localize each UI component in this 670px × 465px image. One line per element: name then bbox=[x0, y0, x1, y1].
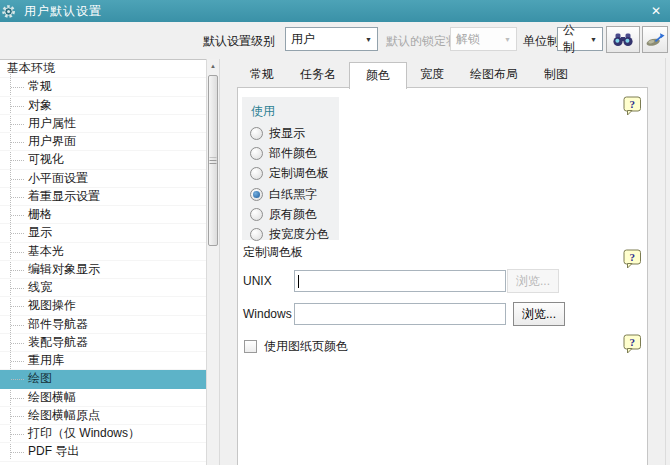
radio-label: 白纸黑字 bbox=[269, 186, 317, 203]
gear-icon bbox=[2, 3, 18, 19]
tab-label: 任务名 bbox=[300, 67, 336, 81]
unix-row: UNIX 浏览... bbox=[243, 269, 559, 293]
radio-option[interactable]: 按宽度分色 bbox=[242, 224, 339, 244]
custom-palette-title: 定制调色板 bbox=[243, 244, 303, 261]
tab[interactable]: 制图 bbox=[531, 62, 581, 88]
help-icon[interactable]: ? bbox=[623, 96, 642, 116]
sidebar-item[interactable]: 线宽 bbox=[0, 279, 206, 297]
radio-icon[interactable] bbox=[250, 167, 263, 180]
sidebar-item-label: 打印（仅 Windows） bbox=[28, 426, 140, 440]
tab[interactable]: 宽度 bbox=[407, 62, 457, 88]
sidebar-item[interactable]: 着重显示设置 bbox=[0, 188, 206, 206]
sidebar-item[interactable]: 用户属性 bbox=[0, 115, 206, 133]
dialog-edge-line bbox=[665, 58, 666, 465]
brush-arrow-icon bbox=[645, 32, 665, 48]
settings-tree: 基本环境 常规 对象 用户属性 用户界面 可视化 小平面设置 bbox=[0, 59, 206, 465]
manage-defaults-button[interactable] bbox=[642, 26, 668, 53]
radio-option[interactable]: 部件颜色 bbox=[242, 143, 339, 163]
sidebar-item-label: 线宽 bbox=[28, 280, 52, 294]
sidebar-item[interactable]: 用户界面 bbox=[0, 133, 206, 151]
sidebar-item[interactable]: 可视化 bbox=[0, 151, 206, 169]
sidebar-item[interactable]: 绘图横幅 bbox=[0, 389, 206, 407]
sidebar-item-label: 部件导航器 bbox=[28, 317, 88, 331]
default-level-combo[interactable]: 用户 ▼ bbox=[285, 27, 378, 51]
radio-label: 定制调色板 bbox=[269, 165, 329, 182]
unix-path-input[interactable] bbox=[294, 270, 506, 292]
sidebar-item[interactable]: PDF 导出 bbox=[0, 443, 206, 461]
radio-icon[interactable] bbox=[250, 147, 263, 160]
sidebar-item-label: 栅格 bbox=[28, 207, 52, 221]
sidebar-item-label: 基本光 bbox=[28, 244, 64, 258]
radio-option[interactable]: 定制调色板 bbox=[242, 164, 339, 184]
radio-label: 按宽度分色 bbox=[269, 226, 329, 243]
close-icon[interactable]: ✕ bbox=[648, 3, 664, 19]
sidebar-item[interactable]: 视图操作 bbox=[0, 297, 206, 315]
tab-label: 制图 bbox=[544, 67, 568, 81]
sidebar-item-label: 可视化 bbox=[28, 152, 64, 166]
sidebar-item-label: 用户界面 bbox=[28, 134, 76, 148]
svg-text:?: ? bbox=[629, 336, 635, 348]
sidebar-item[interactable]: 编辑对象显示 bbox=[0, 261, 206, 279]
sidebar-item-label: 视图操作 bbox=[28, 298, 76, 312]
radio-label: 原有颜色 bbox=[269, 206, 317, 223]
help-icon[interactable]: ? bbox=[623, 334, 642, 354]
scrollbar-grip bbox=[210, 157, 217, 164]
tab-label: 常规 bbox=[250, 67, 274, 81]
color-tab-page: 使用 按显示 部件颜色 定制调色板 bbox=[237, 87, 648, 465]
radio-icon[interactable] bbox=[250, 228, 263, 241]
text-caret bbox=[298, 275, 299, 288]
windows-browse-button[interactable]: 浏览... bbox=[513, 302, 565, 326]
tab-label: 颜色 bbox=[366, 68, 390, 82]
chevron-down-icon: ▼ bbox=[586, 36, 597, 43]
sidebar-item[interactable]: 基本光 bbox=[0, 243, 206, 261]
radio-icon[interactable] bbox=[250, 127, 263, 140]
sidebar-item[interactable]: 栅格 bbox=[0, 206, 206, 224]
sidebar-item-label: 基本环境 bbox=[7, 61, 55, 75]
sidebar-item[interactable]: 小平面设置 bbox=[0, 170, 206, 188]
sidebar-item[interactable]: 常规 bbox=[0, 78, 206, 96]
tab[interactable]: 绘图布局 bbox=[457, 62, 531, 88]
unit-system-combo[interactable]: 公制 ▼ bbox=[557, 27, 603, 51]
lock-state-value: 解锁 bbox=[456, 31, 480, 48]
sidebar-item[interactable]: 打印（仅 Windows） bbox=[0, 425, 206, 443]
chevron-down-icon: ▼ bbox=[361, 36, 372, 43]
default-level-value: 用户 bbox=[291, 31, 315, 48]
binoculars-icon bbox=[612, 32, 634, 47]
sidebar-item[interactable]: 绘图横幅原点 bbox=[0, 407, 206, 425]
sheet-color-row[interactable]: 使用图纸页颜色 bbox=[244, 338, 348, 355]
radio-option[interactable]: 原有颜色 bbox=[242, 204, 339, 224]
scroll-up-icon[interactable]: ▲ bbox=[207, 59, 219, 74]
windows-path-input[interactable] bbox=[294, 303, 506, 325]
radio-option[interactable]: 按显示 bbox=[242, 123, 339, 143]
sidebar-scrollbar[interactable]: ▲ bbox=[206, 59, 220, 465]
sidebar-item[interactable]: 基本环境 bbox=[0, 60, 206, 78]
checkbox-label: 使用图纸页颜色 bbox=[264, 338, 348, 355]
radio-option[interactable]: 白纸黑字 bbox=[242, 184, 339, 204]
sidebar-item-label: 装配导航器 bbox=[28, 335, 88, 349]
sidebar-item[interactable]: 显示 bbox=[0, 224, 206, 242]
sidebar-item[interactable]: 对象 bbox=[0, 97, 206, 115]
radio-icon[interactable] bbox=[250, 188, 263, 201]
scrollbar-thumb[interactable] bbox=[208, 75, 218, 246]
tab[interactable]: 颜色 bbox=[349, 62, 407, 89]
sidebar-item[interactable]: 重用库 bbox=[0, 352, 206, 370]
tab[interactable]: 任务名 bbox=[287, 62, 349, 88]
find-default-button[interactable] bbox=[606, 26, 640, 53]
help-icon[interactable]: ? bbox=[623, 249, 642, 269]
tab-label: 宽度 bbox=[420, 67, 444, 81]
radio-icon[interactable] bbox=[250, 208, 263, 221]
sidebar-item-label: 重用库 bbox=[28, 353, 64, 367]
sidebar-item-label: 绘图 bbox=[28, 371, 52, 385]
sidebar-item-label: 编辑对象显示 bbox=[28, 262, 100, 276]
svg-text:?: ? bbox=[629, 251, 635, 263]
sidebar-item-label: 绘图横幅 bbox=[28, 390, 76, 404]
sidebar-item[interactable]: 部件导航器 bbox=[0, 316, 206, 334]
unit-system-value: 公制 bbox=[563, 22, 586, 56]
checkbox-icon[interactable] bbox=[244, 340, 257, 353]
sidebar-item-label: 常规 bbox=[28, 79, 52, 93]
tab[interactable]: 常规 bbox=[237, 62, 287, 88]
sidebar-item-label: 显示 bbox=[28, 225, 52, 239]
sidebar-item[interactable]: 装配导航器 bbox=[0, 334, 206, 352]
user-defaults-dialog: 用户默认设置 ✕ 默认设置级别 用户 ▼ 默认的锁定状态 解锁 ▼ 单位制 公制… bbox=[0, 0, 670, 465]
sidebar-item[interactable]: 绘图 bbox=[0, 370, 206, 388]
